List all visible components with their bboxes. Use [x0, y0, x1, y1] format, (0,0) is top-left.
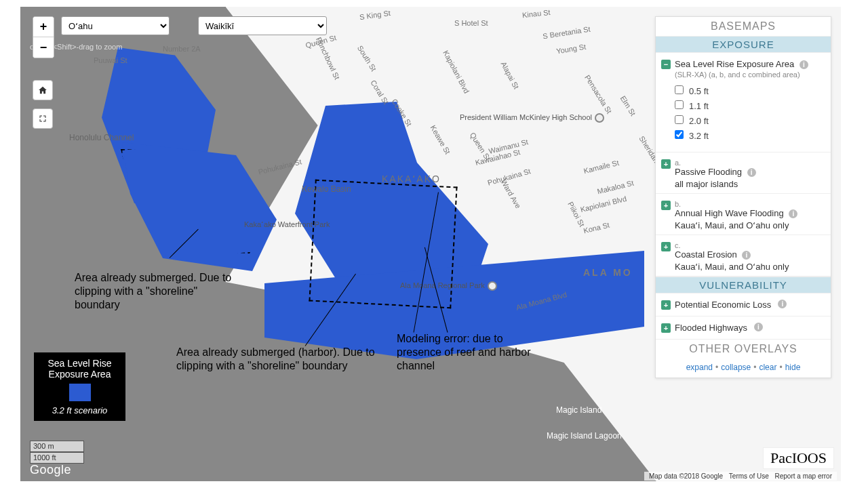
place-label: Magic Island [556, 405, 601, 415]
street-label: Puuwai St [94, 56, 127, 64]
level-checkbox[interactable] [675, 130, 684, 139]
section-basemaps-header[interactable]: Basemaps [656, 17, 831, 36]
info-icon[interactable]: i [778, 300, 787, 308]
info-icon[interactable]: i [742, 251, 751, 260]
footer-expand-link[interactable]: expand [686, 363, 713, 372]
layers-panel: Basemaps Exposure − Sea Level Rise Expos… [655, 16, 831, 378]
layer-slrxa: − Sea Level Rise Exposure Area i (SLR-XA… [656, 53, 831, 152]
level-option[interactable]: 0.5 ft [675, 84, 825, 99]
place-label: Honolulu Channel [69, 133, 134, 142]
place-label: President William McKinley High School [460, 113, 604, 123]
footer-hide-link[interactable]: hide [785, 363, 801, 372]
level-option[interactable]: 3.2 ft [675, 129, 825, 144]
footer-collapse-link[interactable]: collapse [721, 363, 751, 372]
attribution-report-link[interactable]: Report a map error [775, 472, 832, 480]
layer-title: Flooded Highways [675, 323, 747, 333]
district-label: ALA MO [583, 267, 633, 278]
annotation-text: Modeling error: due to presence of reef … [397, 332, 539, 373]
expand-icon [39, 115, 47, 123]
section-vulnerability-header[interactable]: Vulnerability [656, 277, 831, 293]
zoom-control: + − [33, 16, 54, 58]
poi-marker-icon [595, 113, 604, 123]
level-checkbox[interactable] [675, 115, 684, 124]
island-select[interactable]: Oʻahu [61, 16, 170, 35]
section-exposure-header[interactable]: Exposure [656, 36, 831, 53]
layer-subtitle: all major islands [661, 179, 825, 189]
expand-icon[interactable]: + [661, 201, 671, 210]
section-other-overlays-header[interactable]: Other Overlays [656, 340, 831, 359]
level-option[interactable]: 2.0 ft [675, 114, 825, 129]
annotation-text: Area already submerged. Due to clipping … [75, 271, 237, 312]
layer-coastal-erosion[interactable]: + c. Coastal Erosion i Kauaʻi, Maui, and… [656, 235, 831, 277]
info-icon[interactable]: i [754, 323, 763, 331]
panel-footer: expand • collapse • clear • hide [656, 359, 831, 378]
expand-icon[interactable]: + [661, 159, 671, 169]
place-label: Ala Moana Regional Park [400, 281, 497, 291]
poi-marker-icon [488, 281, 497, 291]
expand-icon[interactable]: + [661, 323, 671, 333]
fullscreen-button[interactable] [33, 108, 53, 129]
street-label: S Hotel St [454, 19, 488, 27]
footer-clear-link[interactable]: clear [759, 363, 776, 372]
map-legend: Sea Level Rise Exposure Area 3.2 ft scen… [34, 352, 125, 421]
layer-economic-loss[interactable]: + Potential Economic Loss i [656, 293, 831, 317]
layer-title: Passive Flooding [675, 167, 742, 177]
map-viewport[interactable]: S King St S Hotel St Kinau St S Beretani… [20, 7, 841, 481]
annotation-text: Area already submerged (harbor). Due to … [176, 346, 387, 373]
level-checklist: 0.5 ft 1.1 ft 2.0 ft 3.2 ft [661, 81, 825, 146]
street-label: Number 2A [163, 45, 201, 53]
map-attribution: Map data ©2018 Google Terms of Use Repor… [644, 472, 837, 481]
zoom-out-button[interactable]: − [33, 37, 54, 58]
place-label: Magic Island Lagoon [547, 431, 622, 441]
attribution-terms-link[interactable]: Terms of Use [729, 472, 769, 480]
place-label: Kewalo Basin [302, 184, 351, 194]
legend-title: Sea Level Rise Exposure Area [38, 358, 121, 380]
collapse-icon[interactable]: − [661, 60, 671, 69]
google-logo: Google [30, 463, 71, 477]
legend-scenario: 3.2 ft scenario [38, 405, 121, 415]
pacioos-logo: PacIOOS [763, 447, 834, 469]
legend-swatch [69, 384, 91, 401]
home-button[interactable] [33, 80, 53, 100]
zoom-in-button[interactable]: + [33, 17, 54, 37]
home-icon [38, 85, 47, 95]
scale-imperial: 1000 ft [30, 452, 84, 464]
scale-bar: 300 m 1000 ft [30, 441, 84, 464]
district-label: KAKAʻAKO [382, 174, 441, 184]
layer-flooded-highways[interactable]: + Flooded Highways i [656, 317, 831, 340]
layer-title: Annual High Wave Flooding [675, 208, 784, 218]
info-icon[interactable]: i [789, 209, 797, 218]
layer-title[interactable]: Sea Level Rise Exposure Area [675, 59, 794, 69]
level-checkbox[interactable] [675, 100, 684, 109]
info-icon[interactable]: i [800, 60, 808, 69]
layer-subtitle: Kauaʻi, Maui, and Oʻahu only [661, 220, 825, 230]
info-icon[interactable]: i [747, 168, 756, 177]
level-checkbox[interactable] [675, 85, 684, 94]
region-select[interactable]: Waikīkī [198, 16, 327, 35]
layer-passive-flooding[interactable]: + a. Passive Flooding i all major island… [656, 152, 831, 194]
expand-icon[interactable]: + [661, 300, 671, 310]
level-option[interactable]: 1.1 ft [675, 99, 825, 114]
place-label: Kakaʻako Waterfront Park [244, 220, 330, 228]
layer-title: Coastal Erosion [675, 249, 737, 260]
expand-icon[interactable]: + [661, 242, 671, 251]
attribution-data: Map data ©2018 Google [649, 472, 723, 480]
layer-subtitle: Kauaʻi, Maui, and Oʻahu only [661, 262, 825, 272]
layer-subtitle: (SLR-XA) (a, b, and c combined area) [675, 70, 800, 79]
layer-title: Potential Economic Loss [675, 300, 771, 310]
layer-high-wave-flooding[interactable]: + b. Annual High Wave Flooding i Kauaʻi,… [656, 194, 831, 235]
scale-metric: 300 m [30, 441, 84, 452]
